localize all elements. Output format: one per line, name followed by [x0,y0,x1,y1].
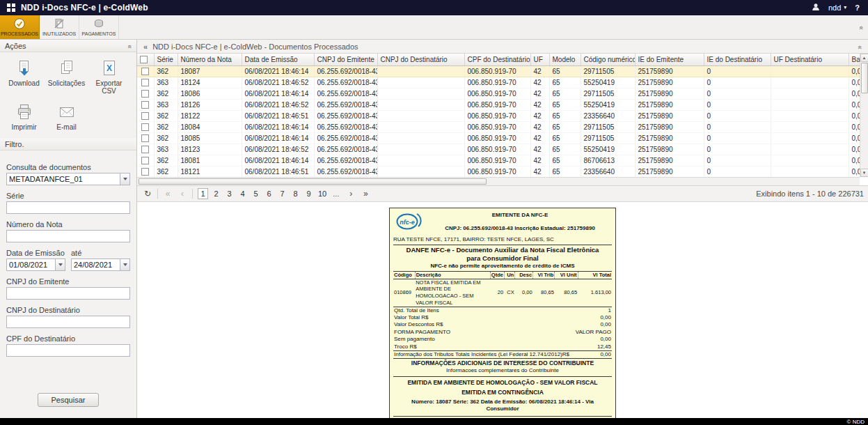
cnpj-destinatario-input[interactable] [6,316,130,328]
page-10[interactable]: 10 [317,188,328,199]
prev-page-button[interactable]: ‹ [176,187,189,200]
first-page-button[interactable]: « [161,187,174,200]
vertical-scrollbar[interactable]: ▲ ▼ [860,54,868,177]
data-fim-dropdown-icon[interactable] [120,258,130,271]
cell: 006.850.919-70 [464,166,530,177]
table-row[interactable]: 3621812106/08/2021 18:46:5106.255.692/00… [137,166,860,177]
tab-processados[interactable]: PROCESSADOS [0,15,40,39]
cell: 0 [704,144,771,155]
page-7[interactable]: 7 [277,188,287,199]
column-header[interactable]: UF Destinatário [771,54,849,65]
row-checkbox[interactable] [141,146,149,153]
last-page-button[interactable]: » [359,187,372,200]
table-row[interactable]: 3621808106/08/2021 18:46:1406.255.692/00… [137,155,860,166]
table-row[interactable]: 3621812206/08/2021 18:46:5106.255.692/00… [137,110,860,121]
acoes-header[interactable]: Ações « [0,40,136,52]
cell: 23356640 [581,166,635,177]
vertical-scroll-thumb[interactable] [861,63,868,93]
data-inicio-input[interactable] [6,258,55,271]
column-header[interactable]: CNPJ do Emitente [314,54,377,65]
column-header[interactable]: IE do Emitente [635,54,704,65]
collapse-grid-icon[interactable]: « [858,42,862,51]
page-8[interactable]: 8 [290,188,301,199]
pesquisar-button[interactable]: Pesquisar [38,393,99,407]
data-fim-input[interactable] [71,258,120,271]
document-preview-pane: nfc-e EMITENTE DA NFC-E CNPJ: 06.255.692… [137,202,868,418]
action-exportar-csv[interactable]: XExportar CSV [88,56,130,100]
scroll-down-icon[interactable]: ▼ [860,169,868,177]
row-checkbox[interactable] [141,90,149,98]
consulta-input[interactable] [6,173,120,185]
cpf-destinatario-label: CPF do Destinatário [6,334,130,343]
action-imprimir[interactable]: Imprimir [3,100,45,137]
page-1[interactable]: 1 [198,188,208,199]
serie-input[interactable] [6,201,130,214]
collapse-toolbar-icon[interactable]: « [859,23,863,31]
data-inicio-dropdown-icon[interactable] [55,258,65,271]
row-checkbox[interactable] [141,79,149,86]
column-header[interactable]: CNPJ do Destinatário [377,54,464,65]
page-4[interactable]: 4 [237,188,248,199]
column-header[interactable]: Data de Emissão [242,54,314,65]
horizontal-scrollbar[interactable] [137,177,860,185]
danfe-total-row: Informação dos Tributos Totais Incidente… [393,350,612,359]
row-checkbox[interactable] [141,157,149,164]
tab-inutilizados[interactable]: INUTILIZADOS [40,15,79,39]
column-header[interactable]: IE do Destinatário [704,54,771,65]
table-row[interactable]: 3621808606/08/2021 18:46:1406.255.692/00… [137,88,860,99]
table-row[interactable]: 3621808406/08/2021 18:46:1406.255.692/00… [137,121,860,132]
data-inicio-picker[interactable] [6,258,65,271]
table-row[interactable]: 3631812406/08/2021 18:46:5206.255.692/00… [137,77,860,88]
page-2[interactable]: 2 [211,188,221,199]
select-all-checkbox[interactable] [140,56,148,63]
table-row[interactable]: 3621808506/08/2021 18:46:1406.255.692/00… [137,132,860,144]
column-header[interactable]: Modelo [549,54,581,65]
column-header[interactable]: CPF do Destinatário [464,54,530,65]
action-email[interactable]: E-mail [45,100,88,137]
cell: 251759890 [635,166,704,177]
horizontal-scroll-thumb[interactable] [139,178,487,185]
table-row[interactable]: 3631812606/08/2021 18:46:5206.255.692/00… [137,99,860,110]
help-button[interactable]: ? [855,3,861,12]
row-checkbox[interactable] [141,112,149,120]
action-label: Exportar CSV [88,79,130,95]
page-5[interactable]: 5 [251,188,261,199]
refresh-button[interactable]: ↻ [141,187,154,200]
page-9[interactable]: 9 [303,188,314,199]
cell: 06/08/2021 18:46:52 [242,77,314,88]
consulta-combo[interactable] [6,173,130,185]
page-6[interactable]: 6 [264,188,274,199]
table-row[interactable]: 3621808706/08/2021 18:46:1406.255.692/00… [137,65,860,77]
tab-pagamentos[interactable]: PAGAMENTOS [79,15,119,39]
row-checkbox[interactable] [141,123,149,131]
cell: 29711505 [581,88,635,99]
column-header[interactable]: Código numérico [581,54,635,65]
column-header[interactable]: Série [154,54,177,65]
numero-nota-input[interactable] [6,230,130,242]
column-header[interactable]: Número da Nota [177,54,242,65]
cnpj-emitente-input[interactable] [6,287,130,300]
user-menu[interactable]: ndd ▾ [828,3,846,12]
column-header[interactable]: Ba [849,54,860,65]
cell [771,77,849,88]
next-page-button[interactable]: › [345,187,357,200]
cell: 65 [549,166,581,177]
consulta-dropdown-icon[interactable] [120,173,130,185]
row-checkbox[interactable] [141,68,149,75]
collapse-acoes-icon[interactable]: « [127,42,132,50]
row-checkbox[interactable] [141,101,149,109]
cell: 06.255.692/0018-43 [314,99,377,110]
row-checkbox[interactable] [141,134,149,142]
scroll-up-icon[interactable]: ▲ [860,54,868,62]
data-fim-picker[interactable] [71,258,130,271]
action-solicitacoes[interactable]: Solicitações [45,56,88,100]
column-header[interactable]: UF [530,54,549,65]
table-row[interactable]: 3631812306/08/2021 18:46:5206.255.692/00… [137,144,860,155]
page-3[interactable]: 3 [224,188,235,199]
apps-grid-icon[interactable] [7,3,15,12]
action-download[interactable]: Download [3,56,45,100]
double-chevron-left-icon[interactable]: « [143,42,148,51]
row-checkbox[interactable] [141,168,149,176]
cpf-destinatario-input[interactable] [6,344,130,357]
cell: 0,0 [849,110,860,121]
